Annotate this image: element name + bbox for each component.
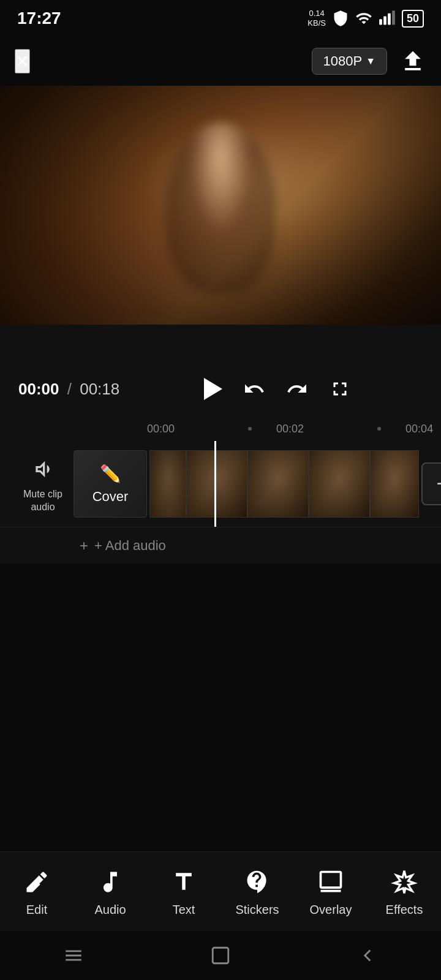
empty-space (0, 564, 441, 753)
signal-icon (379, 10, 396, 27)
total-time: 00:18 (80, 380, 119, 398)
video-preview (0, 86, 441, 325)
battery-indicator: 50 (402, 10, 424, 28)
edit-label: Edit (26, 903, 47, 917)
clip-frame-5[interactable] (370, 450, 419, 518)
resolution-button[interactable]: 1080P ▼ (312, 48, 387, 75)
clip-frame-3[interactable] (247, 450, 309, 518)
edit-icon (21, 866, 53, 898)
nav-back-button[interactable] (352, 940, 383, 971)
ruler-mark-0: 00:00 (147, 423, 175, 435)
system-nav (0, 931, 441, 980)
clip-frame-2[interactable] (186, 450, 247, 518)
top-toolbar: × 1080P ▼ (0, 37, 441, 86)
text-icon (168, 866, 200, 898)
nav-item-effects[interactable]: Effects (377, 866, 432, 917)
redo-button[interactable] (276, 368, 318, 410)
vpn-icon (332, 10, 349, 27)
mute-label: Mute clipaudio (23, 488, 62, 514)
status-time: 17:27 (17, 9, 61, 28)
cover-thumbnail[interactable]: ✏️ Cover (74, 450, 147, 518)
svg-rect-1 (383, 17, 386, 25)
timeline-ruler: 00:00 00:02 00:04 (0, 417, 441, 441)
nav-item-stickers[interactable]: Stickers (230, 866, 285, 917)
time-display: 00:00 / 00:18 (18, 380, 129, 399)
nav-item-edit[interactable]: Edit (9, 866, 64, 917)
playback-buttons (129, 368, 423, 410)
cover-label: Cover (92, 489, 129, 505)
wifi-icon (355, 10, 372, 27)
mute-icon (28, 454, 58, 484)
mute-clip-control[interactable]: Mute clipaudio (12, 454, 74, 514)
status-icons: 0.14 KB/S 50 (307, 9, 424, 28)
text-label: Text (173, 903, 195, 917)
clip-frame-4[interactable] (309, 450, 370, 518)
add-audio-icon: + (80, 537, 88, 554)
network-speed: 0.14 KB/S (307, 9, 326, 28)
svg-rect-4 (321, 872, 341, 888)
clips-timeline: Mute clipaudio ✏️ Cover + (0, 441, 441, 527)
toolbar-right: 1080P ▼ (312, 48, 426, 75)
stickers-icon (241, 866, 273, 898)
export-button[interactable] (399, 48, 426, 75)
undo-button[interactable] (233, 368, 276, 410)
timeline-spacer (0, 325, 441, 361)
effects-label: Effects (386, 903, 423, 917)
nav-item-text[interactable]: Text (156, 866, 211, 917)
clips-strip: + (149, 450, 441, 518)
current-time: 00:00 (18, 380, 59, 398)
overlay-icon (315, 866, 347, 898)
audio-icon (94, 866, 126, 898)
add-audio-bar: + + Add audio (0, 527, 441, 564)
play-icon (204, 378, 222, 400)
nav-home-button[interactable] (205, 940, 236, 971)
audio-label: Audio (94, 903, 126, 917)
time-separator: / (67, 380, 72, 398)
overlay-label: Overlay (310, 903, 352, 917)
svg-rect-2 (388, 13, 391, 25)
ruler-mark-1: 00:02 (276, 423, 304, 435)
nav-item-overlay[interactable]: Overlay (303, 866, 358, 917)
add-clip-button[interactable]: + (421, 462, 441, 505)
nav-menu-button[interactable] (58, 940, 89, 971)
playback-controls: 00:00 / 00:18 (0, 361, 441, 417)
add-audio-label: + Add audio (94, 538, 166, 554)
play-button[interactable] (190, 368, 233, 410)
effects-icon (388, 866, 420, 898)
svg-rect-0 (379, 19, 382, 24)
pencil-icon: ✏️ (100, 464, 121, 484)
svg-rect-7 (213, 948, 228, 963)
bottom-nav: Edit Audio Text Stickers (0, 851, 441, 931)
fullscreen-button[interactable] (318, 368, 361, 410)
ruler-mark-2: 00:04 (405, 423, 433, 435)
stickers-label: Stickers (235, 903, 279, 917)
add-audio-button[interactable]: + + Add audio (80, 537, 166, 554)
ruler-dot-0 (248, 427, 252, 431)
video-content (165, 123, 276, 294)
clip-frame-1[interactable] (149, 450, 186, 518)
status-bar: 17:27 0.14 KB/S 50 (0, 0, 441, 37)
playhead (214, 441, 216, 527)
close-button[interactable]: × (15, 49, 30, 74)
ruler-dot-1 (377, 427, 381, 431)
nav-item-audio[interactable]: Audio (83, 866, 138, 917)
svg-rect-3 (392, 10, 395, 24)
